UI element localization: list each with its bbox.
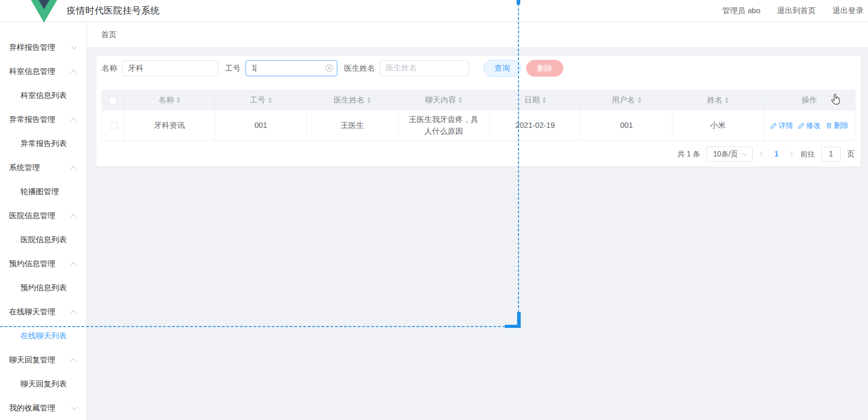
sort-carets-icon[interactable] bbox=[459, 97, 462, 103]
current-page-number[interactable]: 1 bbox=[773, 150, 780, 158]
cell-realname: 小米 bbox=[672, 110, 764, 141]
sort-carets-icon[interactable] bbox=[542, 97, 546, 103]
sort-carets-icon[interactable] bbox=[638, 97, 641, 103]
chevron-down-icon bbox=[71, 404, 77, 410]
sort-carets-icon[interactable] bbox=[177, 97, 180, 103]
name-input[interactable] bbox=[122, 60, 218, 76]
goto-label: 前往 bbox=[800, 150, 815, 159]
cell-doctor: 王医生 bbox=[306, 110, 398, 141]
sidebar-item-carousel-management[interactable]: 轮播图管理 bbox=[0, 180, 86, 204]
chevron-up-icon bbox=[70, 166, 76, 172]
name-label: 名称 bbox=[102, 63, 117, 73]
main-area: 首页 名称 工号 bbox=[87, 22, 868, 420]
row-checkbox[interactable] bbox=[110, 122, 118, 130]
table-row: 牙科资讯 001 王医生 王医生我牙齿疼，具人什么原因 2021-02-19 0… bbox=[102, 110, 855, 141]
admin-user-label: 管理员 abo bbox=[722, 5, 760, 16]
sidebar-group-hospital-info[interactable]: 医院信息管理 bbox=[0, 204, 86, 228]
trash-icon bbox=[826, 122, 832, 129]
prev-page-button[interactable] bbox=[759, 151, 766, 158]
chevron-down-icon bbox=[71, 44, 77, 49]
cell-actions: 详情 修改 bbox=[764, 110, 855, 141]
chevron-left-icon bbox=[760, 151, 765, 156]
sidebar-group-system[interactable]: 系统管理 bbox=[0, 156, 86, 180]
page-size-select[interactable]: 10条/页 bbox=[706, 147, 753, 162]
edit-pencil-icon bbox=[798, 122, 804, 129]
edit-pencil-icon bbox=[770, 122, 777, 129]
chevron-up-icon bbox=[70, 214, 76, 220]
app-title: 疫情时代医院挂号系统 bbox=[67, 5, 160, 17]
cell-worker-id: 001 bbox=[215, 110, 306, 141]
row-checkbox-cell[interactable] bbox=[102, 110, 124, 141]
sidebar-group-abnormal-report[interactable]: 异常报告管理 bbox=[0, 107, 86, 132]
select-all-checkbox[interactable] bbox=[109, 97, 117, 104]
cell-date: 2021-02-19 bbox=[489, 110, 581, 141]
edit-link[interactable]: 修改 bbox=[798, 120, 821, 131]
doctor-name-label: 医生姓名 bbox=[344, 63, 375, 73]
chevron-down-icon bbox=[742, 151, 747, 156]
search-form: 名称 工号 bbox=[102, 60, 855, 76]
cell-content: 王医生我牙齿疼，具人什么原因 bbox=[398, 110, 489, 141]
delete-button[interactable]: 删除 bbox=[526, 60, 563, 77]
next-page-button[interactable] bbox=[787, 151, 794, 158]
goto-page-input[interactable] bbox=[821, 147, 841, 162]
sidebar: 异样报告管理 科室信息管理 科室信息列表 异常报告管理 异常报告列表 系统管理 … bbox=[0, 22, 87, 420]
column-header-username[interactable]: 用户名 bbox=[581, 90, 672, 110]
logout-link[interactable]: 退出登录 bbox=[833, 5, 863, 16]
circle-close-icon[interactable] bbox=[326, 64, 333, 72]
text-caret bbox=[256, 64, 256, 72]
pagination: 共 1 条 10条/页 1 前往 页 bbox=[102, 147, 855, 162]
app-header: 疫情时代医院挂号系统 管理员 abo 退出到首页 退出登录 bbox=[0, 0, 868, 22]
header-user-area: 管理员 abo 退出到首页 退出登录 bbox=[722, 5, 868, 16]
sidebar-group-online-chat[interactable]: 在线聊天管理 bbox=[0, 300, 86, 324]
delete-link[interactable]: 删除 bbox=[826, 120, 848, 131]
detail-link[interactable]: 详情 bbox=[770, 120, 793, 131]
selection-vertical-dashed-line bbox=[518, 4, 519, 313]
chevron-up-icon bbox=[70, 358, 76, 364]
chevron-up-icon bbox=[70, 70, 76, 76]
sidebar-item-online-chat-list[interactable]: 在线聊天列表 bbox=[0, 324, 86, 348]
column-header-realname[interactable]: 姓名 bbox=[672, 90, 764, 110]
sidebar-group-department-info[interactable]: 科室信息管理 bbox=[0, 59, 86, 83]
sort-carets-icon[interactable] bbox=[725, 97, 729, 103]
total-count-label: 共 1 条 bbox=[677, 150, 700, 159]
chevron-up-icon bbox=[70, 118, 76, 124]
column-header-content[interactable]: 聊天内容 bbox=[398, 90, 489, 110]
sidebar-item-hospital-info-list[interactable]: 医院信息列表 bbox=[0, 228, 86, 252]
exit-to-home-link[interactable]: 退出到首页 bbox=[777, 5, 816, 16]
table-header-row: 名称 工号 医生姓名 bbox=[102, 90, 855, 110]
content-area: 名称 工号 bbox=[87, 47, 868, 166]
select-all-checkbox-cell[interactable] bbox=[102, 90, 124, 110]
cell-name: 牙科资讯 bbox=[124, 110, 215, 141]
worker-id-input[interactable] bbox=[246, 60, 337, 76]
sort-carets-icon[interactable] bbox=[268, 97, 272, 103]
sidebar-item-appointment-info-list[interactable]: 预约信息列表 bbox=[0, 276, 86, 300]
sidebar-item-abnormal-report-list[interactable]: 异常报告列表 bbox=[0, 132, 86, 156]
sidebar-group-my-favorites[interactable]: 我的收藏管理 bbox=[0, 396, 86, 420]
worker-id-label: 工号 bbox=[225, 63, 241, 73]
sort-carets-icon[interactable] bbox=[367, 97, 371, 103]
chevron-up-icon bbox=[70, 310, 76, 316]
selection-corner-handle bbox=[505, 325, 521, 328]
sidebar-group-appointment-info[interactable]: 预约信息管理 bbox=[0, 252, 86, 276]
sidebar-group-unusual-report[interactable]: 异样报告管理 bbox=[0, 35, 86, 59]
sidebar-group-chat-reply[interactable]: 聊天回复管理 bbox=[0, 348, 86, 372]
query-button[interactable]: 查询 bbox=[483, 60, 521, 77]
hand-pointer-cursor-icon bbox=[829, 93, 843, 108]
content-card: 名称 工号 bbox=[96, 56, 861, 166]
selection-horizontal-dashed-line bbox=[0, 326, 505, 327]
chevron-up-icon bbox=[70, 262, 76, 268]
column-header-date[interactable]: 日期 bbox=[489, 90, 581, 110]
column-header-doctor[interactable]: 医生姓名 bbox=[306, 90, 398, 110]
sidebar-item-chat-reply-list[interactable]: 聊天回复列表 bbox=[0, 372, 86, 396]
chat-table: 名称 工号 医生姓名 bbox=[102, 90, 855, 141]
app: 疫情时代医院挂号系统 管理员 abo 退出到首页 退出登录 异样报告管理 科室信… bbox=[0, 0, 868, 420]
vue-logo-icon bbox=[25, 0, 63, 23]
cell-username: 001 bbox=[581, 110, 672, 141]
column-header-name[interactable]: 名称 bbox=[124, 90, 215, 110]
column-header-worker-id[interactable]: 工号 bbox=[215, 90, 306, 110]
doctor-name-input[interactable] bbox=[380, 60, 469, 76]
breadcrumb-home[interactable]: 首页 bbox=[101, 29, 117, 40]
sidebar-item-department-info-list[interactable]: 科室信息列表 bbox=[0, 83, 86, 107]
chevron-right-icon bbox=[788, 151, 793, 156]
breadcrumb: 首页 bbox=[87, 22, 868, 47]
